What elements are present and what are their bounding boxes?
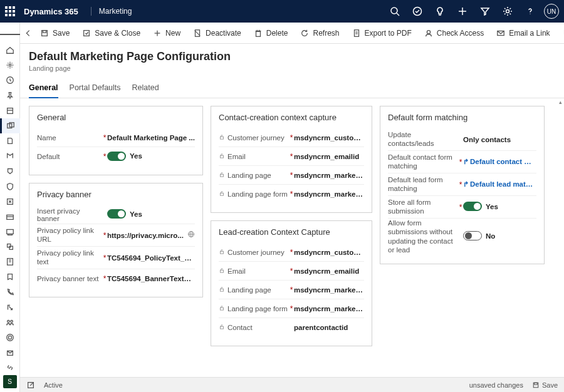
rail-item-8[interactable] [0, 148, 20, 163]
area-name[interactable]: Marketing [91, 7, 132, 16]
lock-icon [219, 286, 225, 294]
lead-email-field[interactable]: msdyncrm_emailid [294, 267, 364, 275]
store-all-submissions-toggle[interactable]: Yes [463, 202, 536, 212]
privacy-link-text-field[interactable]: TC545694_PolicyText_Rng [107, 254, 195, 262]
filter-icon[interactable] [474, 0, 496, 23]
default-lead-matching-lookup[interactable]: ↱Default lead matchi... [463, 180, 536, 188]
required-indicator: * [289, 248, 294, 257]
help-icon[interactable] [519, 0, 541, 23]
section-lead-capture: Lead-creation Context Capture Customer j… [211, 220, 372, 346]
rail-item-7[interactable] [0, 133, 20, 148]
rail-people-icon[interactable] [0, 315, 20, 330]
svg-rect-60 [535, 383, 538, 384]
popout-icon[interactable] [26, 381, 35, 389]
rail-phone-icon[interactable] [0, 285, 20, 300]
rail-home-icon[interactable] [0, 43, 20, 58]
rail-shield-icon[interactable] [0, 178, 20, 193]
rail-arrow-icon[interactable] [0, 300, 20, 315]
email-link-button[interactable]: Email a Link [491, 24, 555, 42]
globe-icon[interactable] [187, 230, 195, 240]
rail-item-20[interactable] [0, 330, 20, 345]
rail-item-16[interactable] [0, 269, 20, 284]
required-indicator: * [102, 274, 107, 283]
save-close-button[interactable]: Save & Close [77, 24, 145, 42]
field-label: Privacy policy link text [37, 249, 102, 267]
settings-icon[interactable] [496, 0, 519, 23]
svg-rect-16 [6, 215, 13, 219]
flow-button[interactable]: Flow [558, 24, 564, 42]
name-field[interactable]: Default Marketing Page ... [107, 134, 195, 142]
tab-portal-defaults[interactable]: Portal Defaults [70, 80, 121, 98]
field-label: Default contact form matching [388, 153, 458, 171]
check-access-button[interactable]: Check Access [419, 24, 489, 42]
lock-icon [219, 153, 225, 160]
command-bar: Save Save & Close New Deactivate Delete … [20, 23, 564, 44]
section-title: Contact-creation context capture [219, 113, 364, 122]
task-icon[interactable] [406, 0, 429, 23]
section-contact-capture: Contact-creation context capture Custome… [211, 106, 372, 213]
user-avatar[interactable]: UN [544, 4, 559, 19]
contact-cj-field[interactable]: msdyncrm_customerjo... [294, 134, 364, 142]
rail-item-6[interactable] [0, 118, 20, 133]
rail-gear-icon[interactable] [0, 58, 20, 73]
insert-privacy-toggle[interactable]: Yes [107, 209, 195, 220]
lock-icon [219, 190, 225, 198]
field-label: Default lead form matching [388, 176, 458, 193]
contact-email-field[interactable]: msdyncrm_emailid [294, 153, 364, 160]
brand[interactable]: Dynamics 365 [24, 7, 78, 16]
rail-pinned-icon[interactable] [0, 88, 20, 103]
rail-item-15[interactable] [0, 254, 20, 269]
rail-link-icon[interactable] [0, 360, 20, 375]
refresh-button[interactable]: Refresh [295, 24, 344, 42]
lead-cj-field[interactable]: msdyncrm_customerjo... [294, 249, 364, 256]
delete-button[interactable]: Delete [249, 24, 293, 42]
rail-item-14[interactable] [0, 239, 20, 254]
required-indicator: * [289, 152, 294, 161]
rail-item-9[interactable] [0, 163, 20, 178]
svg-rect-19 [7, 244, 10, 247]
tab-related[interactable]: Related [132, 80, 159, 98]
new-button[interactable]: New [148, 24, 185, 42]
allow-without-update-toggle[interactable]: No [463, 231, 536, 242]
lock-icon [219, 305, 225, 312]
lead-contact-field[interactable]: parentcontactid [294, 324, 364, 331]
app-launcher-icon[interactable] [5, 6, 18, 16]
deactivate-button[interactable]: Deactivate [188, 24, 246, 42]
lead-lp-field[interactable]: msdyncrm_marketingp... [294, 286, 364, 294]
vertical-scrollbar[interactable]: ▴ [556, 98, 564, 377]
tab-general[interactable]: General [29, 80, 58, 98]
back-button[interactable] [24, 24, 33, 42]
section-form-matching: Default form matching Update contacts/le… [380, 106, 545, 264]
section-title: Privacy banner [37, 190, 195, 199]
rail-item-11[interactable] [0, 194, 20, 209]
field-label: Privacy policy link URL [37, 227, 102, 244]
area-switcher[interactable]: S [3, 375, 17, 388]
lead-lpf-field[interactable]: msdyncrm_marketingf... [294, 305, 364, 312]
search-icon[interactable] [384, 0, 406, 23]
rail-item-5[interactable] [0, 103, 20, 118]
footer-save-button[interactable]: Save [532, 381, 558, 389]
rail-recent-icon[interactable] [0, 73, 20, 88]
bulb-icon[interactable] [429, 0, 451, 23]
export-pdf-button[interactable]: Export to PDF [347, 24, 417, 42]
privacy-banner-text-field[interactable]: TC545694_BannerText_TjO [107, 275, 195, 282]
contact-lpf-field[interactable]: msdyncrm_marketingf... [294, 190, 364, 198]
default-contact-matching-lookup[interactable]: ↱Default contact mat... [463, 158, 536, 166]
update-contacts-leads-field[interactable]: Only contacts [463, 136, 536, 143]
scroll-up-icon[interactable]: ▴ [556, 98, 564, 106]
privacy-url-field[interactable]: https://privacy.micro... [107, 232, 185, 239]
add-icon[interactable] [451, 0, 474, 23]
lock-icon [219, 324, 225, 331]
rail-item-12[interactable] [0, 209, 20, 224]
rail-item-21[interactable] [0, 345, 20, 360]
field-label: Privacy banner text [37, 275, 102, 282]
field-label: Name [37, 134, 102, 142]
default-toggle[interactable]: Yes [107, 152, 195, 162]
svg-rect-20 [9, 246, 13, 249]
save-button[interactable]: Save [35, 24, 75, 42]
sitemap-toggle[interactable] [0, 26, 20, 43]
form-selector[interactable]: Landing page [29, 64, 555, 72]
contact-lp-field[interactable]: msdyncrm_marketingp... [294, 172, 364, 179]
field-label: Customer journey [227, 134, 285, 142]
rail-item-13[interactable] [0, 224, 20, 239]
